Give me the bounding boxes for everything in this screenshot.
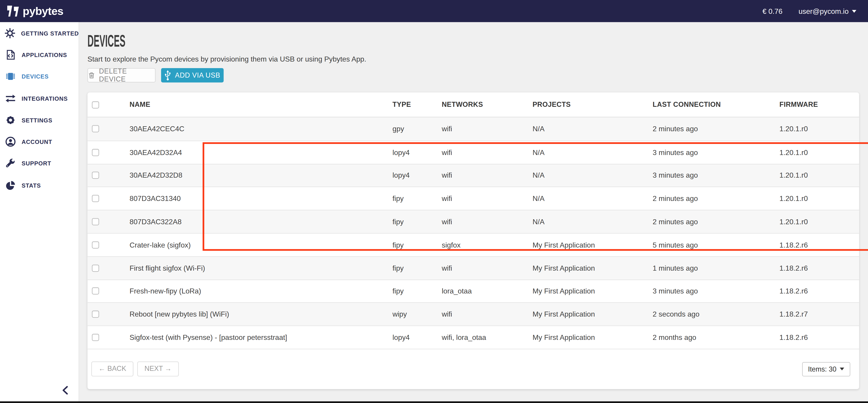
- user-menu[interactable]: user@pycom.io: [799, 7, 857, 16]
- row-checkbox[interactable]: [92, 288, 99, 295]
- sidebar-item-applications[interactable]: APPLICATIONS: [0, 44, 79, 66]
- column-header-last-connection[interactable]: LAST CONNECTION: [648, 101, 775, 108]
- topbar: pybytes € 0.76 user@pycom.io: [0, 0, 868, 22]
- projects-cell: N/A: [528, 148, 648, 157]
- user-circle-icon: [4, 136, 16, 148]
- column-header-name[interactable]: NAME: [125, 101, 388, 108]
- sidebar-item-settings[interactable]: SETTINGS: [0, 109, 79, 131]
- row-checkbox[interactable]: [92, 265, 99, 272]
- last-connection-cell: 1 minutes ago: [648, 264, 775, 272]
- chevron-left-icon: [62, 386, 68, 395]
- row-checkbox[interactable]: [92, 218, 99, 225]
- toolbar: DELETE DEVICE ADD VIA USB: [88, 68, 224, 83]
- row-checkbox[interactable]: [92, 195, 99, 202]
- table-row[interactable]: 30AEA42CEC4C gpy wifi N/A 2 minutes ago …: [88, 118, 859, 141]
- last-connection-cell: 5 minutes ago: [648, 241, 775, 249]
- chip-icon: [4, 71, 16, 82]
- projects-cell: My First Application: [528, 310, 648, 319]
- sidebar-item-devices[interactable]: DEVICES: [0, 66, 79, 87]
- table-row[interactable]: 30AEA42D32A4 lopy4 wifi N/A 3 minutes ag…: [88, 141, 859, 164]
- sidebar-item-account[interactable]: ACCOUNT: [0, 131, 79, 153]
- items-per-page-label: Items: 30: [808, 366, 837, 373]
- chevron-down-icon: [852, 10, 857, 12]
- sidebar-item-support[interactable]: SUPPORT: [0, 153, 79, 175]
- usb-icon: [164, 70, 171, 81]
- add-via-usb-button[interactable]: ADD VIA USB: [161, 68, 223, 83]
- networks-cell: wifi: [437, 194, 528, 203]
- delete-device-button[interactable]: DELETE DEVICE: [88, 68, 156, 83]
- type-cell: lopy4: [388, 148, 437, 157]
- last-connection-cell: 3 minutes ago: [648, 148, 775, 157]
- sidebar-item-integrations[interactable]: INTEGRATIONS: [0, 87, 79, 109]
- table-row[interactable]: 30AEA42D32D8 lopy4 wifi N/A 3 minutes ag…: [88, 164, 859, 187]
- networks-cell: sigfox: [437, 241, 528, 249]
- row-checkbox[interactable]: [92, 149, 99, 156]
- networks-cell: wifi: [437, 171, 528, 180]
- name-cell: Reboot [new pybytes lib] (WiFi): [125, 310, 388, 319]
- table-row[interactable]: First flight sigfox (Wi-Fi) fipy wifi My…: [88, 256, 859, 279]
- items-per-page-dropdown[interactable]: Items: 30: [802, 362, 850, 376]
- last-connection-cell: 2 seconds ago: [648, 310, 775, 319]
- row-checkbox[interactable]: [92, 125, 99, 133]
- sidebar-item-label: INTEGRATIONS: [22, 95, 68, 102]
- column-header-firmware[interactable]: FIRMWARE: [775, 101, 859, 108]
- row-checkbox[interactable]: [92, 241, 99, 248]
- table-row[interactable]: Crater-lake (sigfox) fipy sigfox My Firs…: [88, 233, 859, 256]
- type-cell: fipy: [388, 218, 437, 226]
- row-checkbox[interactable]: [92, 311, 99, 318]
- window-bottom-edge: [0, 401, 868, 403]
- table-row[interactable]: 807D3AC31340 fipy wifi N/A 2 minutes ago…: [88, 187, 859, 210]
- projects-cell: N/A: [528, 171, 648, 180]
- sidebar-collapse-button[interactable]: [62, 386, 71, 396]
- firmware-cell: 1.18.2.r6: [775, 264, 859, 272]
- arrows-exchange-icon: [4, 93, 16, 104]
- sidebar-item-label: APPLICATIONS: [22, 51, 67, 58]
- firmware-cell: 1.20.1.r0: [775, 194, 859, 203]
- sidebar-item-label: GETTING STARTED: [21, 30, 79, 36]
- type-cell: fipy: [388, 287, 437, 295]
- table-row[interactable]: Fresh-new-fipy (LoRa) fipy lora_otaa My …: [88, 279, 859, 302]
- pybytes-logo[interactable]: pybytes: [7, 5, 63, 18]
- logo-text: pybytes: [23, 5, 63, 18]
- logo-bolt-icon: [14, 6, 19, 17]
- back-button[interactable]: ← BACK: [91, 361, 133, 376]
- main-content: DEVICES Start to explore the Pycom devic…: [79, 22, 868, 403]
- row-checkbox[interactable]: [92, 172, 99, 179]
- table-row[interactable]: Reboot [new pybytes lib] (WiFi) wipy wif…: [88, 303, 859, 326]
- table-body: 30AEA42CEC4C gpy wifi N/A 2 minutes ago …: [88, 118, 859, 349]
- name-cell: 807D3AC322A8: [125, 218, 388, 226]
- pager: ← BACK NEXT →: [91, 361, 179, 376]
- projects-cell: My First Application: [528, 241, 648, 249]
- projects-cell: N/A: [528, 218, 648, 226]
- projects-cell: N/A: [528, 125, 648, 133]
- column-header-networks[interactable]: NETWORKS: [437, 101, 528, 108]
- sidebar-item-label: SUPPORT: [22, 160, 51, 167]
- firmware-cell: 1.18.2.r6: [775, 241, 859, 249]
- balance-amount: € 0.76: [763, 7, 782, 16]
- column-header-type[interactable]: TYPE: [388, 101, 437, 108]
- table-row[interactable]: 807D3AC322A8 fipy wifi N/A 2 minutes ago…: [88, 210, 859, 233]
- table-footer: ← BACK NEXT → Items: 30: [88, 349, 859, 389]
- type-cell: wipy: [388, 310, 437, 319]
- last-connection-cell: 3 minutes ago: [648, 287, 775, 295]
- sidebar-item-getting-started[interactable]: GETTING STARTED: [0, 22, 79, 44]
- firmware-cell: 1.18.2.r6: [775, 333, 859, 342]
- type-cell: lopy4: [388, 333, 437, 342]
- next-button[interactable]: NEXT →: [137, 361, 179, 376]
- firmware-cell: 1.20.1.r0: [775, 125, 859, 133]
- networks-cell: wifi: [437, 310, 528, 319]
- sidebar-item-label: ACCOUNT: [22, 138, 52, 145]
- trash-icon: [88, 71, 95, 79]
- sidebar-item-stats[interactable]: STATS: [0, 175, 79, 196]
- table-row[interactable]: Sigfox-test (with Pysense) - [pastoor pe…: [88, 326, 859, 349]
- row-checkbox[interactable]: [92, 334, 99, 341]
- sidebar-item-label: SETTINGS: [22, 117, 52, 123]
- column-header-projects[interactable]: PROJECTS: [528, 101, 648, 108]
- select-all-checkbox[interactable]: [92, 101, 99, 108]
- networks-cell: wifi, lora_otaa: [437, 333, 528, 342]
- firmware-cell: 1.20.1.r0: [775, 218, 859, 226]
- name-cell: First flight sigfox (Wi-Fi): [125, 264, 388, 272]
- name-cell: Crater-lake (sigfox): [125, 241, 388, 249]
- chevron-down-icon: [840, 368, 844, 371]
- sidebar-item-label: STATS: [22, 182, 41, 188]
